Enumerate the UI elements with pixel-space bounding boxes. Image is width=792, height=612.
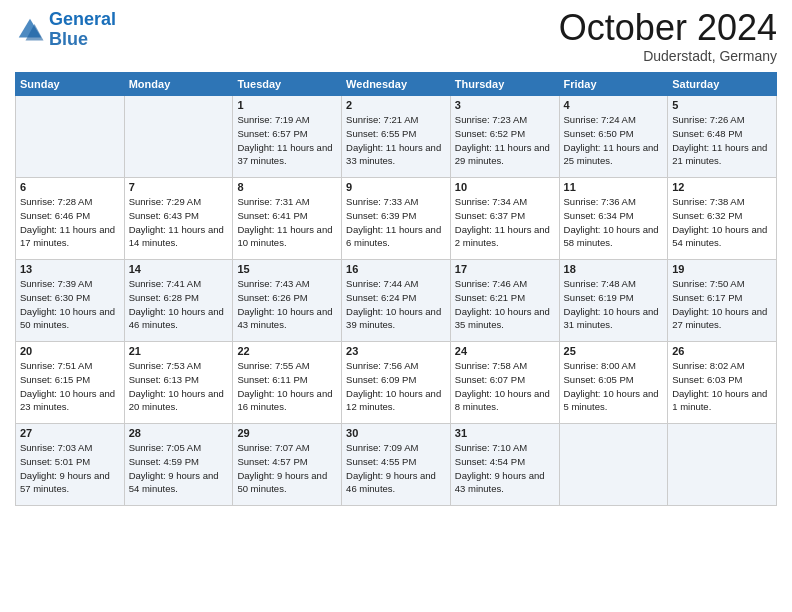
day-cell: 17Sunrise: 7:46 AM Sunset: 6:21 PM Dayli… (450, 260, 559, 342)
day-number: 8 (237, 181, 337, 193)
day-cell (668, 424, 777, 506)
week-row-5: 27Sunrise: 7:03 AM Sunset: 5:01 PM Dayli… (16, 424, 777, 506)
day-number: 7 (129, 181, 229, 193)
day-info: Sunrise: 7:50 AM Sunset: 6:17 PM Dayligh… (672, 277, 772, 332)
day-cell: 14Sunrise: 7:41 AM Sunset: 6:28 PM Dayli… (124, 260, 233, 342)
logo-text: General Blue (49, 10, 116, 50)
day-number: 27 (20, 427, 120, 439)
day-number: 13 (20, 263, 120, 275)
day-number: 18 (564, 263, 664, 275)
day-cell: 15Sunrise: 7:43 AM Sunset: 6:26 PM Dayli… (233, 260, 342, 342)
day-info: Sunrise: 7:07 AM Sunset: 4:57 PM Dayligh… (237, 441, 337, 496)
day-number: 30 (346, 427, 446, 439)
day-cell: 21Sunrise: 7:53 AM Sunset: 6:13 PM Dayli… (124, 342, 233, 424)
day-cell: 1Sunrise: 7:19 AM Sunset: 6:57 PM Daylig… (233, 96, 342, 178)
day-info: Sunrise: 7:24 AM Sunset: 6:50 PM Dayligh… (564, 113, 664, 168)
day-info: Sunrise: 7:05 AM Sunset: 4:59 PM Dayligh… (129, 441, 229, 496)
day-cell: 10Sunrise: 7:34 AM Sunset: 6:37 PM Dayli… (450, 178, 559, 260)
day-cell: 27Sunrise: 7:03 AM Sunset: 5:01 PM Dayli… (16, 424, 125, 506)
day-cell: 22Sunrise: 7:55 AM Sunset: 6:11 PM Dayli… (233, 342, 342, 424)
day-number: 16 (346, 263, 446, 275)
day-number: 6 (20, 181, 120, 193)
day-cell: 24Sunrise: 7:58 AM Sunset: 6:07 PM Dayli… (450, 342, 559, 424)
month-title: October 2024 (559, 10, 777, 46)
col-monday: Monday (124, 73, 233, 96)
day-cell: 3Sunrise: 7:23 AM Sunset: 6:52 PM Daylig… (450, 96, 559, 178)
day-cell: 5Sunrise: 7:26 AM Sunset: 6:48 PM Daylig… (668, 96, 777, 178)
day-info: Sunrise: 7:29 AM Sunset: 6:43 PM Dayligh… (129, 195, 229, 250)
day-number: 10 (455, 181, 555, 193)
day-cell: 2Sunrise: 7:21 AM Sunset: 6:55 PM Daylig… (342, 96, 451, 178)
day-number: 24 (455, 345, 555, 357)
day-number: 11 (564, 181, 664, 193)
day-cell: 31Sunrise: 7:10 AM Sunset: 4:54 PM Dayli… (450, 424, 559, 506)
location: Duderstadt, Germany (559, 48, 777, 64)
day-number: 14 (129, 263, 229, 275)
day-info: Sunrise: 7:34 AM Sunset: 6:37 PM Dayligh… (455, 195, 555, 250)
col-thursday: Thursday (450, 73, 559, 96)
day-number: 2 (346, 99, 446, 111)
day-info: Sunrise: 7:55 AM Sunset: 6:11 PM Dayligh… (237, 359, 337, 414)
day-info: Sunrise: 7:44 AM Sunset: 6:24 PM Dayligh… (346, 277, 446, 332)
day-info: Sunrise: 7:58 AM Sunset: 6:07 PM Dayligh… (455, 359, 555, 414)
day-number: 19 (672, 263, 772, 275)
day-cell: 16Sunrise: 7:44 AM Sunset: 6:24 PM Dayli… (342, 260, 451, 342)
day-info: Sunrise: 7:09 AM Sunset: 4:55 PM Dayligh… (346, 441, 446, 496)
col-sunday: Sunday (16, 73, 125, 96)
title-area: October 2024 Duderstadt, Germany (559, 10, 777, 64)
day-cell: 20Sunrise: 7:51 AM Sunset: 6:15 PM Dayli… (16, 342, 125, 424)
week-row-1: 1Sunrise: 7:19 AM Sunset: 6:57 PM Daylig… (16, 96, 777, 178)
day-info: Sunrise: 7:10 AM Sunset: 4:54 PM Dayligh… (455, 441, 555, 496)
day-info: Sunrise: 7:26 AM Sunset: 6:48 PM Dayligh… (672, 113, 772, 168)
day-info: Sunrise: 7:19 AM Sunset: 6:57 PM Dayligh… (237, 113, 337, 168)
day-info: Sunrise: 7:46 AM Sunset: 6:21 PM Dayligh… (455, 277, 555, 332)
day-cell: 8Sunrise: 7:31 AM Sunset: 6:41 PM Daylig… (233, 178, 342, 260)
day-info: Sunrise: 7:33 AM Sunset: 6:39 PM Dayligh… (346, 195, 446, 250)
day-cell: 12Sunrise: 7:38 AM Sunset: 6:32 PM Dayli… (668, 178, 777, 260)
col-friday: Friday (559, 73, 668, 96)
day-number: 22 (237, 345, 337, 357)
day-number: 26 (672, 345, 772, 357)
day-info: Sunrise: 7:51 AM Sunset: 6:15 PM Dayligh… (20, 359, 120, 414)
day-cell: 9Sunrise: 7:33 AM Sunset: 6:39 PM Daylig… (342, 178, 451, 260)
day-cell: 6Sunrise: 7:28 AM Sunset: 6:46 PM Daylig… (16, 178, 125, 260)
day-info: Sunrise: 7:31 AM Sunset: 6:41 PM Dayligh… (237, 195, 337, 250)
logo: General Blue (15, 10, 116, 50)
calendar-table: Sunday Monday Tuesday Wednesday Thursday… (15, 72, 777, 506)
day-number: 31 (455, 427, 555, 439)
day-cell: 25Sunrise: 8:00 AM Sunset: 6:05 PM Dayli… (559, 342, 668, 424)
week-row-2: 6Sunrise: 7:28 AM Sunset: 6:46 PM Daylig… (16, 178, 777, 260)
logo-icon (15, 15, 45, 45)
day-number: 25 (564, 345, 664, 357)
day-number: 15 (237, 263, 337, 275)
day-cell: 28Sunrise: 7:05 AM Sunset: 4:59 PM Dayli… (124, 424, 233, 506)
col-wednesday: Wednesday (342, 73, 451, 96)
day-cell (559, 424, 668, 506)
day-number: 9 (346, 181, 446, 193)
day-info: Sunrise: 7:39 AM Sunset: 6:30 PM Dayligh… (20, 277, 120, 332)
col-saturday: Saturday (668, 73, 777, 96)
day-info: Sunrise: 7:56 AM Sunset: 6:09 PM Dayligh… (346, 359, 446, 414)
day-number: 4 (564, 99, 664, 111)
day-cell: 18Sunrise: 7:48 AM Sunset: 6:19 PM Dayli… (559, 260, 668, 342)
day-info: Sunrise: 7:21 AM Sunset: 6:55 PM Dayligh… (346, 113, 446, 168)
day-cell: 26Sunrise: 8:02 AM Sunset: 6:03 PM Dayli… (668, 342, 777, 424)
day-info: Sunrise: 8:00 AM Sunset: 6:05 PM Dayligh… (564, 359, 664, 414)
day-info: Sunrise: 8:02 AM Sunset: 6:03 PM Dayligh… (672, 359, 772, 414)
day-number: 3 (455, 99, 555, 111)
day-cell: 11Sunrise: 7:36 AM Sunset: 6:34 PM Dayli… (559, 178, 668, 260)
day-info: Sunrise: 7:23 AM Sunset: 6:52 PM Dayligh… (455, 113, 555, 168)
day-info: Sunrise: 7:53 AM Sunset: 6:13 PM Dayligh… (129, 359, 229, 414)
day-number: 23 (346, 345, 446, 357)
week-row-3: 13Sunrise: 7:39 AM Sunset: 6:30 PM Dayli… (16, 260, 777, 342)
day-cell: 19Sunrise: 7:50 AM Sunset: 6:17 PM Dayli… (668, 260, 777, 342)
week-row-4: 20Sunrise: 7:51 AM Sunset: 6:15 PM Dayli… (16, 342, 777, 424)
day-cell: 7Sunrise: 7:29 AM Sunset: 6:43 PM Daylig… (124, 178, 233, 260)
day-number: 12 (672, 181, 772, 193)
day-info: Sunrise: 7:48 AM Sunset: 6:19 PM Dayligh… (564, 277, 664, 332)
day-info: Sunrise: 7:43 AM Sunset: 6:26 PM Dayligh… (237, 277, 337, 332)
col-tuesday: Tuesday (233, 73, 342, 96)
day-number: 17 (455, 263, 555, 275)
day-number: 21 (129, 345, 229, 357)
day-info: Sunrise: 7:28 AM Sunset: 6:46 PM Dayligh… (20, 195, 120, 250)
